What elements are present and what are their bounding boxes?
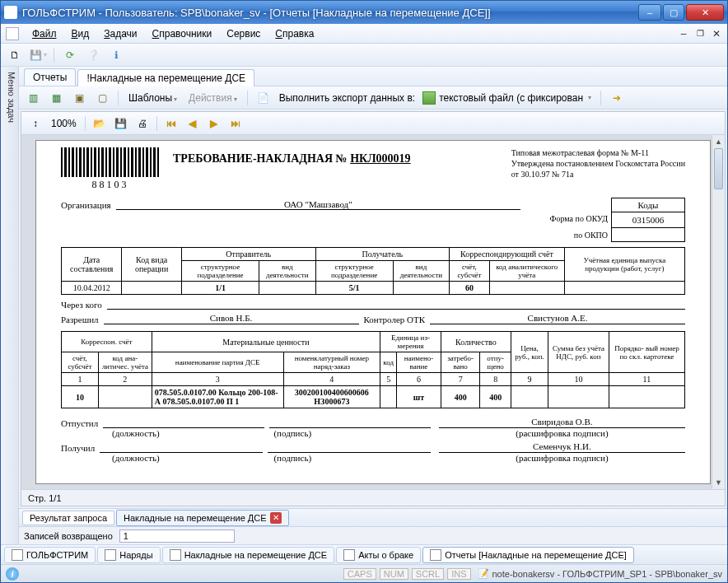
- side-panel-tab-tasks[interactable]: Меню задач: [1, 67, 19, 544]
- otk-label: Контролер ОТК: [364, 315, 426, 324]
- barcode: 88103: [61, 147, 160, 191]
- menu-file[interactable]: Файл: [26, 26, 63, 42]
- okpo-label: по ОКПО: [550, 227, 608, 244]
- otk-value: Свистунов А.Е.: [430, 313, 685, 324]
- allowed-label: Разрешил: [61, 315, 99, 324]
- actions-dropdown[interactable]: Действия▾: [185, 92, 240, 104]
- menu-refs[interactable]: Справочники: [146, 26, 219, 42]
- minimize-button[interactable]: –: [638, 4, 661, 21]
- tray-info: 📝 note-bonakersv - ГОЛЬФСТРИМ_SP1 - SPB\…: [478, 568, 723, 579]
- print-icon[interactable]: 🖨: [133, 114, 152, 133]
- titlebar[interactable]: ГОЛЬФСТРИМ - Пользователь: SPB\bonaker_s…: [1, 1, 727, 24]
- golfstream-icon: [12, 549, 23, 561]
- report-tabstrip: Отчеты !Накладные на перемещение ДСЕ: [19, 67, 727, 86]
- menu-tasks[interactable]: Задачи: [97, 26, 143, 42]
- app-icon: [4, 6, 17, 19]
- scroll-up-icon[interactable]: ▲: [712, 135, 725, 148]
- org-label: Организация: [61, 200, 111, 210]
- wtab-orders[interactable]: Наряды: [97, 547, 160, 563]
- close-button[interactable]: ✕: [686, 4, 724, 21]
- okud-label: Форма по ОКУД: [550, 211, 608, 227]
- tab-reports[interactable]: Отчеты: [24, 68, 76, 86]
- org-value: ОАО "Машзавод": [116, 199, 520, 210]
- select-icon[interactable]: ▣: [70, 89, 88, 107]
- num-indicator: NUM: [380, 568, 408, 580]
- fit-page-icon[interactable]: ↕: [26, 114, 44, 133]
- released-label: Отпустил: [61, 418, 98, 428]
- deselect-icon[interactable]: ▢: [93, 89, 111, 107]
- received-label: Получил: [61, 443, 95, 453]
- lower-tab-strip: Результат запроса Накладные на перемещен…: [19, 508, 727, 526]
- export-icon[interactable]: 📄: [254, 89, 273, 107]
- header-table: Дата составления Код вида операции Отпра…: [61, 247, 685, 295]
- ins-indicator: INS: [447, 568, 470, 580]
- toolbar-secondary: ▥ ▦ ▣ ▢ Шаблоны▾ Действия▾ 📄 Выполнить э…: [19, 86, 727, 110]
- text-file-icon: [422, 91, 436, 105]
- via-line: [107, 298, 685, 310]
- first-page-icon[interactable]: ⏮: [162, 114, 180, 133]
- doc-title: ТРЕБОВАНИЕ-НАКЛАДНАЯ № НКЛ000019: [173, 152, 411, 166]
- allowed-value: Сивов Н.Б.: [104, 313, 359, 324]
- preview-toolbar: ↕ 100% 📂 💾 🖨 ⏮ ◀ ▶ ⏭: [21, 112, 725, 135]
- next-page-icon[interactable]: ▶: [205, 114, 223, 133]
- mdi-minimize-button[interactable]: –: [678, 28, 689, 40]
- run-export-icon[interactable]: ➜: [608, 89, 626, 107]
- records-label: Записей возвращено: [24, 531, 113, 541]
- wtab-defects[interactable]: Акты о браке: [336, 547, 421, 563]
- export-target-combo[interactable]: текстовый файл (с фиксирован▾: [420, 91, 594, 105]
- scroll-down-icon[interactable]: ▼: [712, 476, 725, 489]
- tab-invoices[interactable]: !Накладные на перемещение ДСЕ: [77, 69, 254, 86]
- lower-tab-invoices[interactable]: Накладные на перемещение ДСЕ ✕: [116, 510, 289, 526]
- status-info-icon[interactable]: i: [6, 567, 19, 581]
- new-doc-icon[interactable]: 🗋: [6, 46, 24, 64]
- page-indicator: Стр. 1/1: [21, 489, 725, 506]
- statusbar: i CAPS NUM SCRL INS 📝 note-bonakersv - Г…: [1, 564, 727, 582]
- zoom-level[interactable]: 100%: [48, 118, 80, 129]
- lower-tab-result[interactable]: Результат запроса: [22, 511, 114, 525]
- window-tabs: ГОЛЬФСТРИМ Наряды Накладные на перемещен…: [1, 544, 727, 564]
- prev-page-icon[interactable]: ◀: [184, 114, 202, 133]
- document-icon: [6, 27, 19, 40]
- expand-icon[interactable]: ▥: [24, 89, 42, 107]
- note-icon: 📝: [478, 568, 489, 579]
- kody-box: Коды 0315006: [611, 198, 685, 242]
- report-area: ↕ 100% 📂 💾 🖨 ⏮ ◀ ▶ ⏭: [21, 111, 726, 506]
- invoice-icon: [170, 549, 181, 561]
- order-icon: [105, 549, 116, 561]
- report-icon: [430, 549, 441, 561]
- menubar: Файл Вид Задачи Справочники Сервис Справ…: [1, 24, 727, 44]
- menu-help[interactable]: Справка: [268, 26, 320, 42]
- maximize-button[interactable]: ▢: [663, 4, 684, 21]
- export-label: Выполнить экспорт данных в:: [279, 92, 415, 104]
- result-bar: Записей возвращено: [19, 526, 727, 544]
- scrl-indicator: SCRL: [412, 568, 444, 580]
- help-icon[interactable]: ❔: [84, 46, 102, 64]
- wtab-golfstream[interactable]: ГОЛЬФСТРИМ: [4, 547, 96, 563]
- form-meta: Типовая межотраслевая форма № М-11 Утвер…: [511, 147, 685, 180]
- items-table: Корреспон. счёт Материальные ценности Ед…: [61, 331, 685, 408]
- defect-icon: [343, 549, 355, 561]
- via-label: Через кого: [61, 300, 102, 310]
- window-title: ГОЛЬФСТРИМ - Пользователь: SPB\bonaker_s…: [22, 7, 638, 19]
- last-page-icon[interactable]: ⏭: [226, 114, 245, 133]
- refresh-icon[interactable]: ⟳: [61, 46, 79, 64]
- toggle-icon[interactable]: ▦: [47, 89, 65, 107]
- mdi-close-button[interactable]: ✕: [711, 28, 722, 40]
- toolbar-primary: 🗋 💾▾ ⟳ ❔ ℹ: [1, 44, 727, 67]
- records-count-input[interactable]: [119, 529, 235, 543]
- menu-service[interactable]: Сервис: [220, 26, 267, 42]
- scroll-thumb[interactable]: [714, 148, 723, 189]
- save-icon[interactable]: 💾▾: [29, 46, 47, 64]
- wtab-reports[interactable]: Отчеты [Накладные на перемещение ДСЕ]: [422, 547, 634, 563]
- report-page: 88103 ТРЕБОВАНИЕ-НАКЛАДНАЯ № НКЛ000019 Т…: [35, 140, 711, 484]
- wtab-invoices[interactable]: Накладные на перемещение ДСЕ: [162, 547, 335, 563]
- open-icon[interactable]: 📂: [91, 114, 109, 133]
- close-tab-icon[interactable]: ✕: [270, 512, 282, 524]
- info-icon[interactable]: ℹ: [107, 46, 125, 64]
- vertical-scrollbar[interactable]: ▲ ▼: [712, 135, 725, 489]
- report-viewport[interactable]: 88103 ТРЕБОВАНИЕ-НАКЛАДНАЯ № НКЛ000019 Т…: [21, 135, 725, 489]
- templates-dropdown[interactable]: Шаблоны▾: [125, 92, 180, 104]
- save-report-icon[interactable]: 💾: [112, 114, 130, 133]
- menu-view[interactable]: Вид: [65, 26, 96, 42]
- mdi-restore-button[interactable]: ❐: [694, 28, 706, 40]
